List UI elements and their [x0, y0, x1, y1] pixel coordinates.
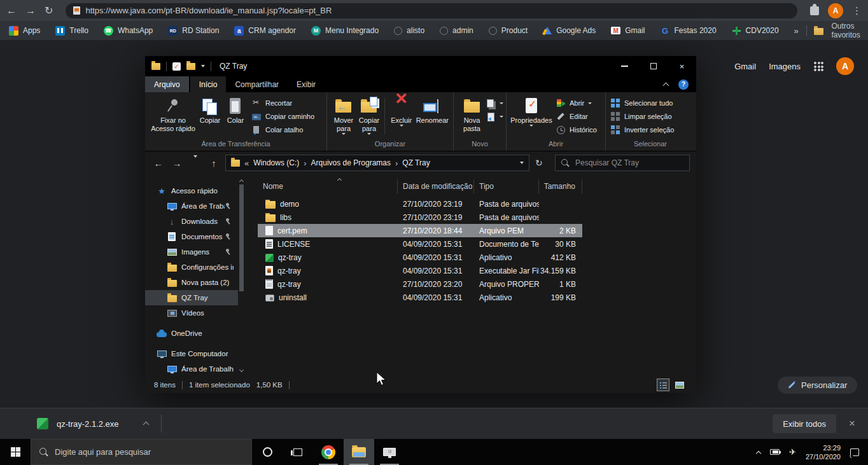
extensions-icon[interactable]: [810, 6, 819, 15]
properties-button[interactable]: Propriedades: [510, 95, 552, 127]
sidebar-item--rea-de-trabalho[interactable]: Área de Trabalho: [145, 361, 238, 377]
bookmark-festas-2020[interactable]: Festas 2020: [661, 26, 717, 36]
taskbar-qz-tray-button[interactable]: [374, 439, 405, 465]
file-row-cert-pem[interactable]: cert.pem27/10/2020 18:44Arquivo PEM2 KB: [258, 224, 582, 237]
download-menu-chevron-icon[interactable]: [144, 418, 148, 429]
bookmark-crm-agendor[interactable]: CRM agendor: [234, 26, 296, 36]
sidebar-item-downloads[interactable]: Downloads: [145, 214, 238, 229]
breadcrumb-segment-current[interactable]: QZ Tray: [402, 158, 430, 167]
gmail-link[interactable]: Gmail: [734, 62, 756, 71]
select-all-button[interactable]: Selecionar tudo: [611, 97, 674, 109]
new-item-button[interactable]: [486, 97, 503, 109]
file-row-libs[interactable]: libs27/10/2020 23:19Pasta de arquivos: [258, 211, 582, 224]
tab-inicio[interactable]: Início: [190, 76, 227, 92]
shelf-close-icon[interactable]: ×: [849, 417, 855, 430]
column-header-size[interactable]: Tamanho: [539, 179, 582, 193]
column-header-name[interactable]: Nome: [258, 179, 398, 193]
cortana-button[interactable]: [252, 439, 283, 465]
images-link[interactable]: Imagens: [769, 62, 801, 71]
paste-shortcut-button[interactable]: Colar atalho: [252, 124, 314, 135]
bookmark-whatsapp[interactable]: WhatsApp: [104, 26, 153, 36]
battery-icon[interactable]: [770, 449, 780, 455]
google-apps-grid-icon[interactable]: [813, 61, 823, 71]
taskbar-search[interactable]: [31, 439, 252, 465]
address-bar[interactable]: https://www.java.com/pt-BR/download/ie_m…: [66, 3, 797, 18]
breadcrumb[interactable]: « Windows (C:) › Arquivos de Programas ›…: [225, 155, 529, 171]
file-row-uninstall[interactable]: uninstall04/09/2020 15:31Aplicativo199 K…: [258, 291, 582, 304]
sidebar-item--rea-de-traba[interactable]: Área de Traba: [145, 198, 238, 214]
maximize-button[interactable]: [639, 56, 668, 76]
bookmark-gmail[interactable]: Gmail: [611, 26, 645, 35]
scrollbar-thumb[interactable]: [239, 184, 244, 291]
breadcrumb-segment-programs[interactable]: Arquivos de Programas: [311, 158, 391, 167]
column-header-type[interactable]: Tipo: [474, 179, 539, 193]
edit-button[interactable]: Editar: [556, 111, 597, 122]
explorer-search-input[interactable]: [575, 158, 683, 167]
breadcrumb-segment-drive[interactable]: Windows (C:): [253, 158, 299, 167]
bookmark-google-ads[interactable]: Google Ads: [543, 26, 596, 35]
help-icon[interactable]: ?: [678, 80, 689, 90]
google-avatar[interactable]: A: [836, 57, 854, 75]
nav-back-icon[interactable]: ←: [151, 158, 165, 169]
file-row-demo[interactable]: demo27/10/2020 23:19Pasta de arquivos: [258, 197, 582, 211]
airplane-mode-icon[interactable]: ✈: [789, 447, 796, 457]
bookmark-admin[interactable]: admin: [440, 26, 473, 35]
move-to-button[interactable]: Mover para: [331, 95, 356, 135]
nav-up-icon[interactable]: ↑: [207, 158, 221, 169]
new-folder-button[interactable]: Nova pasta: [458, 95, 486, 134]
delete-button[interactable]: Excluir: [389, 95, 414, 127]
invert-selection-button[interactable]: Inverter seleção: [611, 124, 674, 135]
other-favorites-label[interactable]: Outros favoritos: [831, 22, 860, 39]
column-header-date[interactable]: Data de modificação: [398, 179, 474, 193]
qat-newfolder-icon[interactable]: [186, 63, 195, 70]
show-all-downloads-button[interactable]: Exibir todos: [773, 414, 836, 433]
sidebar-item-nova-pasta-2-[interactable]: Nova pasta (2): [145, 275, 238, 290]
explorer-search[interactable]: [555, 155, 690, 171]
scroll-down-icon[interactable]: [239, 368, 244, 372]
sidebar-item-onedrive[interactable]: OneDrive: [145, 326, 238, 341]
clear-selection-button[interactable]: Limpar seleção: [611, 111, 674, 122]
bookmarks-overflow-chevron[interactable]: »: [794, 26, 799, 36]
bookmark-cdv2020[interactable]: CDV2020: [732, 26, 779, 36]
qat-properties-icon[interactable]: ✓: [172, 62, 181, 71]
browser-avatar[interactable]: A: [828, 3, 843, 18]
file-row-license[interactable]: LICENSE04/09/2020 15:31Documento de Te..…: [258, 237, 582, 251]
thumbnails-view-button[interactable]: [673, 378, 686, 391]
file-row-qz-tray[interactable]: qz-tray04/09/2020 15:31Executable Jar Fi…: [258, 264, 582, 277]
collapse-ribbon-icon[interactable]: [663, 83, 669, 89]
bookmark-menu-integrado[interactable]: Menu Integrado: [311, 26, 379, 36]
paste-button[interactable]: Colar: [223, 95, 248, 125]
sidebar-item-configura-es-in[interactable]: Configurações in: [145, 260, 238, 275]
sidebar-item-este-computador[interactable]: Este Computador: [145, 346, 238, 361]
sidebar-item-qz-tray[interactable]: QZ Tray: [145, 290, 238, 305]
action-center-icon[interactable]: [850, 448, 859, 456]
nav-scrollbar[interactable]: [238, 174, 246, 377]
sidebar-item-acesso-r-pido[interactable]: Acesso rápido: [145, 183, 238, 198]
tab-exibir[interactable]: Exibir: [288, 76, 325, 92]
start-button[interactable]: [0, 439, 31, 465]
details-view-button[interactable]: [657, 378, 669, 391]
scroll-up-icon[interactable]: [239, 179, 244, 184]
sidebar-item-documentos[interactable]: Documentos: [145, 229, 238, 244]
history-button[interactable]: Histórico: [556, 124, 597, 135]
close-button[interactable]: ×: [668, 56, 696, 76]
easy-access-button[interactable]: [486, 111, 503, 122]
taskbar-explorer-button[interactable]: [344, 439, 374, 465]
download-item[interactable]: qz-tray-2.1.2.exe: [0, 418, 148, 429]
taskbar-search-input[interactable]: [55, 447, 243, 457]
bookmark-rd-station[interactable]: RD Station: [168, 26, 219, 36]
taskbar-chrome-button[interactable]: [313, 439, 344, 465]
explorer-titlebar[interactable]: ✓ QZ Tray ×: [145, 56, 696, 76]
copy-to-button[interactable]: Copiar para: [356, 95, 382, 135]
forward-icon[interactable]: →: [25, 6, 36, 16]
nav-history-caret-icon[interactable]: [188, 158, 202, 169]
minimize-button[interactable]: [610, 56, 639, 76]
tab-compartilhar[interactable]: Compartilhar: [226, 76, 288, 92]
copy-button[interactable]: Copiar: [197, 95, 223, 125]
address-dropdown-caret-icon[interactable]: [520, 162, 524, 164]
bookmark-trello[interactable]: Trello: [55, 26, 88, 36]
browser-menu-icon[interactable]: ⋮: [852, 5, 862, 17]
taskbar-clock[interactable]: 23:29 27/10/2020: [806, 443, 841, 461]
open-button[interactable]: Abrir: [556, 97, 597, 109]
task-view-button[interactable]: [283, 439, 313, 465]
